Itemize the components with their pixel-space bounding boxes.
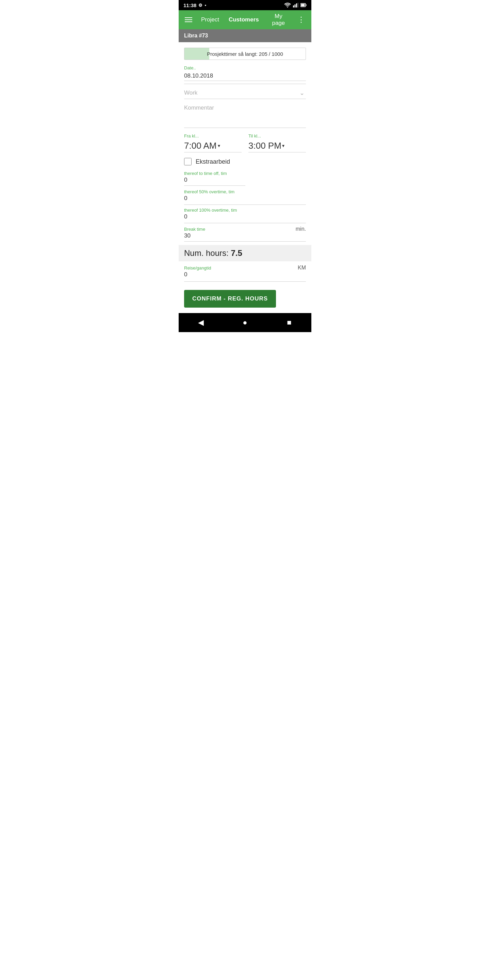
hamburger-line-1 [185,18,192,18]
svg-rect-6 [301,4,305,6]
nav-customers[interactable]: Customers [224,14,264,26]
date-label: Date.. [184,65,306,70]
project-title: Libra #73 [184,33,208,38]
num-hours-value: 7.5 [231,248,242,258]
reise-value-wrapper: Reise/gangtid 0 [184,266,294,278]
top-nav: Project Customers My page ⋮ [179,10,311,29]
svg-rect-0 [293,5,294,8]
reise-unit: KM [298,265,306,271]
overtime50-label: thereof 50% overtime, tim [184,189,306,194]
svg-rect-2 [296,3,297,8]
date-input[interactable] [184,71,306,81]
til-time-field: Til kl... 3:00 PM 3:30 PM 4:00 PM ▾ [248,134,306,153]
ekstraarbeid-label: Ekstraarbeid [196,158,230,165]
settings-icon: ⚙ [198,3,202,8]
reise-value: 0 [184,271,187,278]
back-button[interactable]: ◀ [194,316,208,329]
recent-button[interactable]: ■ [282,316,296,329]
nav-project[interactable]: Project [196,14,224,26]
kommentar-input[interactable] [184,111,306,125]
overtime50-group: thereof 50% overtime, tim 0 [184,189,306,205]
status-bar: 11:38 ⚙ ▪ [179,0,311,10]
form-section: Date.. Work Option 2 Option 3 ⌄ Kommenta… [179,65,311,242]
break-value-wrapper: Break time 30 [184,227,292,239]
confirm-button[interactable]: CONFIRM - REG. HOURS [184,290,276,308]
svg-rect-3 [298,3,299,8]
fra-select[interactable]: 7:00 AM 7:30 AM 8:00 AM [184,139,217,152]
kommentar-group: Kommentar [184,102,306,128]
work-select-wrapper: Work Option 2 Option 3 ⌄ [184,87,306,99]
overtime100-value: 0 [184,213,306,220]
bottom-nav: ◀ ● ■ [179,313,311,332]
overtime100-label: thereof 100% overtime, tim [184,208,306,213]
time-off-value: 0 [184,177,245,183]
fra-select-wrapper: 7:00 AM 7:30 AM 8:00 AM ▾ [184,139,242,153]
fra-dropdown-icon: ▾ [218,143,220,148]
hamburger-line-2 [185,19,192,20]
reise-label: Reise/gangtid [184,266,294,270]
battery-icon [301,3,307,7]
signal-icon [293,3,298,8]
til-select-wrapper: 3:00 PM 3:30 PM 4:00 PM ▾ [248,139,306,153]
overtime100-group: thereof 100% overtime, tim 0 [184,208,306,223]
reise-row: Reise/gangtid 0 KM [184,261,306,282]
sim-icon: ▪ [205,3,206,8]
til-label: Til kl... [248,134,306,138]
time-off-label: thereof to time off, tim [184,171,245,176]
time-off-group: thereof to time off, tim 0 [184,171,245,186]
num-hours-row: Num. hours: 7.5 [179,245,311,261]
work-select[interactable]: Work Option 2 Option 3 [184,89,306,96]
break-value: 30 [184,232,191,239]
til-dropdown-icon: ▾ [282,143,285,148]
status-bar-left: 11:38 ⚙ ▪ [183,2,206,8]
svg-rect-1 [295,5,296,8]
wifi-icon [284,3,291,8]
reise-section: Reise/gangtid 0 KM [179,261,311,282]
project-title-bar: Libra #73 [179,29,311,42]
svg-rect-5 [306,5,307,6]
kommentar-label: Kommentar [184,102,306,111]
overtime50-value: 0 [184,195,306,202]
status-time: 11:38 [183,2,196,8]
nav-mypage[interactable]: My page [264,10,293,29]
date-field-group: Date.. [184,65,306,84]
til-select[interactable]: 3:00 PM 3:30 PM 4:00 PM [248,139,282,152]
break-label: Break time [184,227,292,232]
more-options-button[interactable]: ⋮ [295,17,308,22]
num-hours-label: Num. hours: [184,248,229,258]
progress-section: Prosjekttimer så langt: 205 / 1000 [184,48,306,60]
hamburger-line-3 [185,21,192,22]
confirm-section: CONFIRM - REG. HOURS [179,282,311,313]
nav-links: Project Customers My page [196,10,293,29]
ekstraarbeid-row: Ekstraarbeid [184,158,306,165]
break-time-row: Break time 30 min. [184,226,306,242]
fra-label: Fra kl... [184,134,242,138]
home-button[interactable]: ● [238,316,252,329]
status-bar-right [284,3,307,8]
progress-label: Prosjekttimer så langt: 205 / 1000 [185,48,305,60]
fra-time-field: Fra kl... 7:00 AM 7:30 AM 8:00 AM ▾ [184,134,242,153]
ekstraarbeid-checkbox[interactable] [184,158,192,165]
time-row: Fra kl... 7:00 AM 7:30 AM 8:00 AM ▾ Til … [184,134,306,153]
hamburger-button[interactable] [182,14,195,25]
break-unit: min. [296,226,306,232]
